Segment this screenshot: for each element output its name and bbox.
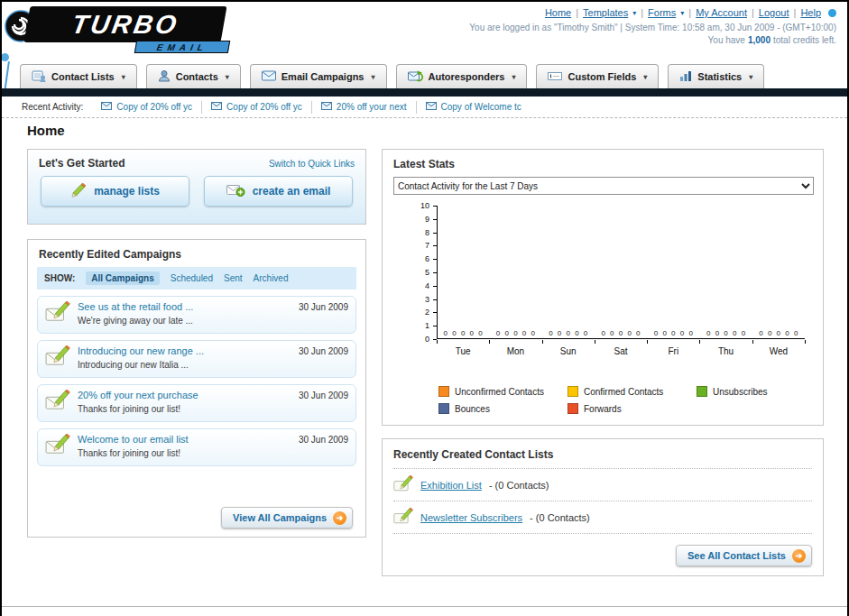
turbo-email-logo: TURBO EMAIL [2, 5, 254, 55]
recent-activity-item[interactable]: 20% off your next [312, 101, 417, 114]
bar-value-labels: 0 0 0 0 0 [489, 329, 541, 337]
recent-activity-item[interactable]: Copy of 20% off yc [202, 101, 312, 114]
recent-campaigns-title: Recently Edited Campaigns [28, 240, 365, 267]
campaign-subtitle: Introducing our new Italia ... [78, 360, 348, 370]
edit-list-icon [393, 475, 413, 494]
credits-value: 1,000 [748, 35, 771, 45]
x-axis-label: Fri [647, 346, 699, 356]
credits-info: You have 1,000 total credits left. [469, 35, 836, 45]
tab-label: Email Campaigns [281, 71, 365, 82]
campaign-list-item[interactable]: 20% off your next purchase 30 Jun 2009 T… [37, 384, 356, 422]
divider: | [794, 7, 797, 18]
recent-activity-link[interactable]: Copy of Welcome tc [441, 102, 521, 112]
y-axis-tick [433, 286, 437, 287]
recent-activity-link[interactable]: Copy of 20% off yc [116, 102, 192, 112]
campaign-list-item[interactable]: Introducing our new range ... 30 Jun 200… [37, 340, 356, 378]
campaign-list-item[interactable]: See us at the retail food ... 30 Jun 200… [37, 296, 356, 334]
legend-label: Forwards [584, 404, 622, 414]
pencil-icon [70, 183, 87, 200]
top-link-my-account[interactable]: My Account [696, 7, 747, 18]
legend-item: Confirmed Contacts [568, 386, 697, 397]
filter-scheduled[interactable]: Scheduled [171, 273, 213, 283]
campaign-date: 30 Jun 2009 [299, 302, 348, 312]
stats-period-select[interactable]: Contact Activity for the Last 7 Days [393, 177, 814, 195]
top-link-home[interactable]: Home [545, 7, 571, 18]
top-link-forms[interactable]: Forms [648, 7, 676, 18]
x-axis-tick [489, 340, 490, 344]
divider: | [641, 7, 643, 18]
recent-activity-item[interactable]: Copy of 20% off yc [92, 101, 202, 114]
campaign-subtitle: Thanks for joining our list! [78, 448, 348, 458]
top-link-templates[interactable]: Templates [583, 7, 628, 18]
recent-activity-link[interactable]: 20% off your next [337, 102, 407, 112]
contact-list-item[interactable]: Exhibition List - (0 Contacts) [393, 469, 812, 501]
page-bottom-divider [2, 606, 847, 607]
tab-custom-fields[interactable]: Custom Fields ▾ [536, 64, 659, 88]
chevron-down-icon: ▾ [512, 73, 515, 81]
campaign-list-item[interactable]: Welcome to our email list 30 Jun 2009 Th… [37, 428, 356, 466]
view-all-campaigns-button[interactable]: View All Campaigns ➜ [221, 507, 353, 529]
filter-all-campaigns[interactable]: All Campaigns [86, 271, 159, 285]
x-axis-label: Tue [437, 346, 489, 356]
latest-stats-panel: Latest Stats Contact Activity for the La… [382, 149, 824, 426]
app-window: TURBO EMAIL Home | Templates ▾ | Forms ▾… [0, 0, 849, 616]
edit-campaign-icon [45, 390, 70, 415]
contact-list-link[interactable]: Exhibition List [420, 480, 482, 491]
x-axis-tick [699, 340, 700, 344]
arrow-right-icon: ➜ [333, 511, 346, 525]
y-axis-tick [433, 206, 437, 207]
legend-label: Bounces [455, 404, 490, 414]
nav-divider-bar [2, 88, 847, 97]
credits-prefix: You have [708, 35, 745, 45]
tab-autoresponders[interactable]: Autoresponders ▾ [396, 64, 528, 88]
email-campaigns-icon [262, 70, 276, 83]
legend-item: Bounces [438, 403, 568, 414]
recent-activity-link[interactable]: Copy of 20% off yc [226, 102, 302, 112]
x-axis-tick [542, 340, 543, 344]
see-all-contact-lists-button[interactable]: See All Contact Lists ➜ [676, 545, 812, 566]
campaign-title-link[interactable]: Introducing our new range ... [78, 345, 204, 356]
x-axis-tick [595, 340, 595, 344]
logo-title: TURBO [69, 10, 181, 40]
tab-email-campaigns[interactable]: Email Campaigns ▾ [250, 64, 387, 88]
y-axis-tick [433, 326, 437, 326]
manage-lists-button[interactable]: manage lists [41, 176, 189, 207]
create-email-button[interactable]: create an email [204, 176, 353, 207]
y-axis-tick [433, 272, 437, 273]
tab-statistics[interactable]: Statistics ▾ [668, 64, 764, 88]
legend-label: Unsubscribes [713, 387, 768, 397]
switch-quick-links-link[interactable]: Switch to Quick Links [269, 159, 355, 169]
recent-activity-item[interactable]: Copy of Welcome tc [417, 101, 531, 114]
tab-contact-lists[interactable]: Contact Lists ▾ [20, 64, 137, 88]
legend-swatch-unconfirmed [438, 386, 449, 397]
campaign-title-link[interactable]: See us at the retail food ... [78, 301, 193, 312]
campaign-title-link[interactable]: 20% off your next purchase [78, 390, 198, 400]
tab-label: Contacts [176, 71, 218, 82]
tab-contacts[interactable]: Contacts ▾ [146, 64, 241, 88]
filter-sent[interactable]: Sent [224, 273, 243, 283]
envelope-icon [426, 102, 437, 112]
filter-archived[interactable]: Archived [254, 273, 289, 283]
campaign-title-link[interactable]: Welcome to our email list [78, 434, 189, 445]
contact-list-link[interactable]: Newsletter Subscribers [420, 512, 522, 523]
manage-lists-label: manage lists [94, 185, 160, 198]
edit-campaign-icon [45, 301, 70, 326]
contact-list-item[interactable]: Newsletter Subscribers - (0 Contacts) [393, 501, 812, 534]
bar-value-labels: 0 0 0 0 0 [595, 329, 647, 337]
campaign-subtitle: We're giving away our late ... [78, 316, 348, 326]
recent-campaigns-panel: Recently Edited Campaigns SHOW: All Camp… [27, 239, 366, 538]
y-axis-label: 2 [393, 308, 429, 317]
chevron-down-icon: ▾ [371, 73, 374, 81]
edit-list-icon [393, 508, 413, 527]
chevron-down-icon: ▾ [122, 73, 125, 81]
top-link-help[interactable]: Help [800, 7, 821, 18]
campaign-date: 30 Jun 2009 [299, 435, 348, 445]
x-axis-label: Wed [752, 346, 805, 356]
legend-swatch-bounces [438, 403, 449, 414]
chevron-down-icon: ▾ [749, 73, 752, 81]
chevron-down-icon: ▾ [643, 73, 647, 81]
top-link-logout[interactable]: Logout [759, 7, 789, 18]
bar-value-labels: 0 0 0 0 0 [752, 329, 805, 337]
contacts-icon [158, 69, 171, 84]
x-axis-tick [805, 340, 806, 344]
